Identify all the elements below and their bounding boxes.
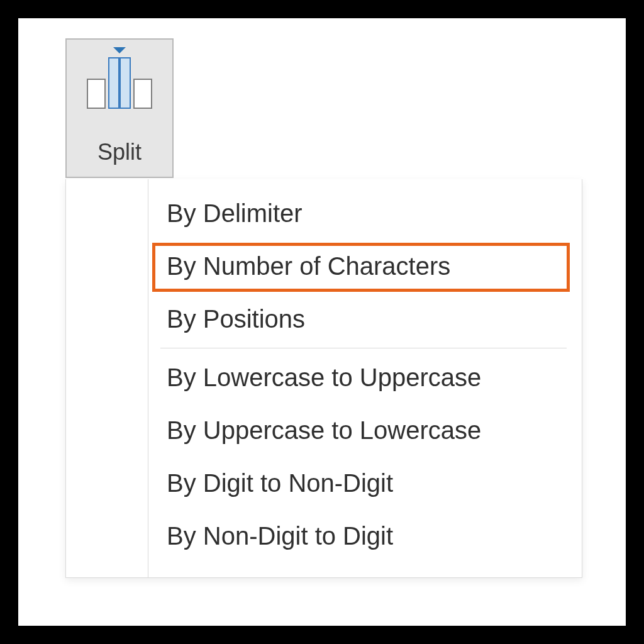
menu-item-by-delimiter[interactable]: By Delimiter <box>66 187 582 240</box>
split-column-label-line1: Split <box>97 139 142 165</box>
split-column-menu: By Delimiter By Number of Characters By … <box>65 179 582 578</box>
menu-item-by-number-of-characters[interactable]: By Number of Characters <box>66 240 582 292</box>
app-window: Split Column By Delimiter By Number of C… <box>18 18 626 626</box>
split-column-icon <box>67 40 172 115</box>
split-column-button[interactable]: Split Column <box>65 38 174 178</box>
menu-item-label: By Digit to Non-Digit <box>167 469 393 497</box>
menu-item-by-uppercase-to-lowercase[interactable]: By Uppercase to Lowercase <box>66 404 582 457</box>
menu-separator <box>160 348 567 348</box>
menu-item-label: By Uppercase to Lowercase <box>167 416 481 445</box>
menu-item-label: By Positions <box>167 305 305 333</box>
menu-item-label: By Delimiter <box>167 199 303 228</box>
menu-item-label: By Number of Characters <box>167 252 450 280</box>
menu-item-by-digit-to-non-digit[interactable]: By Digit to Non-Digit <box>66 457 582 509</box>
menu-item-by-lowercase-to-uppercase[interactable]: By Lowercase to Uppercase <box>66 351 582 404</box>
menu-item-by-positions[interactable]: By Positions <box>66 292 582 345</box>
menu-item-label: By Lowercase to Uppercase <box>167 364 481 392</box>
menu-item-by-non-digit-to-digit[interactable]: By Non-Digit to Digit <box>66 509 582 562</box>
menu-item-label: By Non-Digit to Digit <box>167 522 393 550</box>
